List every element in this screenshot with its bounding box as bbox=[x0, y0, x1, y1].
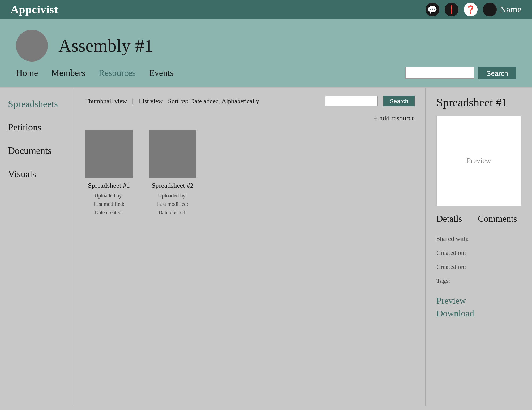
resource-uploaded-by: Uploaded by: bbox=[93, 191, 124, 200]
sidebar-item-visuals[interactable]: Visuals bbox=[8, 168, 66, 180]
detail-panel: Spreadsheet #1 Preview Details Comments … bbox=[426, 88, 532, 406]
assembly-avatar bbox=[16, 30, 48, 62]
resource-thumbnail bbox=[149, 130, 196, 178]
assembly-search: Search bbox=[405, 67, 516, 79]
created-on-2-label: Created on: bbox=[436, 260, 521, 274]
sidebar-item-documents[interactable]: Documents bbox=[8, 145, 66, 156]
sidebar-item-petitions[interactable]: Petitions bbox=[8, 122, 66, 133]
nav-home[interactable]: Home bbox=[16, 68, 38, 78]
detail-title: Spreadsheet #1 bbox=[436, 96, 521, 109]
nav-members[interactable]: Members bbox=[51, 68, 85, 78]
resource-name: Spreadsheet #2 bbox=[152, 182, 194, 190]
resource-last-modified: Last modified: bbox=[93, 200, 124, 208]
app-title: Appcivist bbox=[11, 3, 58, 16]
tab-details[interactable]: Details bbox=[436, 214, 462, 224]
preview-link[interactable]: Preview bbox=[436, 296, 521, 306]
nav-icons: 💬 ❗ ❓ Name bbox=[426, 3, 521, 16]
shared-with-label: Shared with: bbox=[436, 232, 521, 246]
detail-preview-box: Preview bbox=[436, 116, 521, 206]
user-profile[interactable]: Name bbox=[483, 3, 521, 16]
thumbnail-view-button[interactable]: Thumbnail view bbox=[85, 98, 127, 105]
assembly-nav-row: Home Members Resources Events Search bbox=[16, 67, 516, 79]
detail-tabs: Details Comments bbox=[436, 214, 521, 224]
user-name: Name bbox=[500, 5, 521, 15]
help-icon[interactable]: ❓ bbox=[464, 3, 478, 16]
assembly-top: Assembly #1 bbox=[16, 30, 516, 62]
resource-uploaded-by: Uploaded by: bbox=[157, 191, 188, 200]
assembly-search-input[interactable] bbox=[405, 67, 474, 79]
alert-icon[interactable]: ❗ bbox=[445, 3, 458, 16]
resource-thumbnail bbox=[85, 130, 133, 178]
message-icon[interactable]: 💬 bbox=[426, 3, 439, 16]
resource-meta: Uploaded by: Last modified: Date created… bbox=[157, 191, 188, 217]
resource-last-modified: Last modified: bbox=[157, 200, 188, 208]
created-on-1-label: Created on: bbox=[436, 246, 521, 260]
resource-date-created: Date created: bbox=[157, 208, 188, 217]
resource-grid: Spreadsheet #1 Uploaded by: Last modifie… bbox=[85, 130, 415, 217]
assembly-header: Assembly #1 Home Members Resources Event… bbox=[0, 19, 532, 88]
nav-resources[interactable]: Resources bbox=[99, 68, 136, 78]
search-button[interactable]: Search bbox=[383, 96, 415, 106]
detail-info: Shared with: Created on: Created on: Tag… bbox=[436, 232, 521, 288]
download-link[interactable]: Download bbox=[436, 308, 521, 319]
list-view-button[interactable]: List view bbox=[139, 98, 163, 105]
resource-item[interactable]: Spreadsheet #1 Uploaded by: Last modifie… bbox=[85, 130, 133, 217]
sidebar: Spreadsheets Petitions Documents Visuals bbox=[0, 88, 74, 406]
assembly-title: Assembly #1 bbox=[58, 35, 153, 56]
main-content: Spreadsheets Petitions Documents Visuals… bbox=[0, 88, 532, 406]
assembly-search-button[interactable]: Search bbox=[478, 67, 516, 79]
content-area: Thumbnail view | List view Sort by: Date… bbox=[74, 88, 426, 406]
avatar bbox=[483, 3, 497, 16]
detail-actions: Preview Download bbox=[436, 296, 521, 319]
assembly-nav: Home Members Resources Events bbox=[16, 68, 187, 78]
view-separator: | bbox=[132, 98, 134, 105]
add-resource-button[interactable]: + add resource bbox=[85, 114, 415, 122]
nav-events[interactable]: Events bbox=[149, 68, 174, 78]
sidebar-item-spreadsheets[interactable]: Spreadsheets bbox=[8, 98, 66, 110]
resource-meta: Uploaded by: Last modified: Date created… bbox=[93, 191, 124, 217]
sort-label: Sort by: Date added, Alphabetically bbox=[168, 98, 320, 105]
search-input[interactable] bbox=[325, 96, 378, 106]
resource-date-created: Date created: bbox=[93, 208, 124, 217]
toolbar: Thumbnail view | List view Sort by: Date… bbox=[85, 96, 415, 106]
resource-item[interactable]: Spreadsheet #2 Uploaded by: Last modifie… bbox=[149, 130, 196, 217]
tab-comments[interactable]: Comments bbox=[478, 214, 517, 224]
tags-label: Tags: bbox=[436, 274, 521, 288]
top-nav: Appcivist 💬 ❗ ❓ Name bbox=[0, 0, 532, 19]
detail-preview-label: Preview bbox=[467, 156, 491, 165]
resource-name: Spreadsheet #1 bbox=[88, 182, 130, 190]
